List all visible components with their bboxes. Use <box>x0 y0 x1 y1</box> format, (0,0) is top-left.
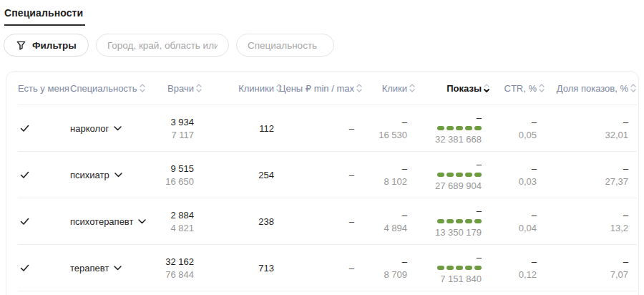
clinics-cell: 238 <box>203 216 283 227</box>
column-header-clinics[interactable]: Клиники <box>203 82 283 94</box>
specialty-cell[interactable]: психиатр <box>70 170 146 180</box>
impressions-bar <box>416 173 482 177</box>
column-header-impressions[interactable]: Показы <box>416 82 490 94</box>
chevron-down-icon <box>114 126 122 131</box>
tab-specialties[interactable]: Специальности <box>4 7 85 26</box>
doctors-cell: 3 934 7 117 <box>146 116 203 141</box>
chevron-down-icon <box>114 173 122 178</box>
impressions-cell: – 7 151 840 <box>416 251 490 285</box>
table-body: нарколог 3 934 7 117 112 – – 16 530 – 32… <box>6 105 638 295</box>
specialty-cell[interactable]: нарколог <box>70 123 146 134</box>
impressions-cell: – 32 381 668 <box>416 112 490 145</box>
clinics-cell: 254 <box>203 170 283 180</box>
ctr-cell: – 0,03 <box>490 163 545 188</box>
doctors-cell: 2 884 4 821 <box>146 209 203 234</box>
specialties-table: Есть у меня Специальность Врачи Клиники … <box>6 71 639 295</box>
price-cell: – <box>283 123 363 134</box>
sort-icon <box>139 82 146 94</box>
has-mine-cell[interactable] <box>18 264 70 272</box>
sort-icon <box>630 82 637 94</box>
clicks-cell: – 16 530 <box>363 116 416 141</box>
column-header-impressions-share[interactable]: Доля показов, % <box>545 82 637 94</box>
check-icon <box>20 125 29 132</box>
funnel-icon <box>16 40 26 51</box>
share-cell: – 13,2 <box>545 209 637 234</box>
specialty-label: нарколог <box>70 123 109 134</box>
sort-icon <box>538 82 545 94</box>
ctr-cell: – 0,12 <box>490 256 545 281</box>
sort-icon <box>356 82 363 94</box>
sort-desc-icon <box>483 82 490 94</box>
chevron-down-icon <box>114 266 122 271</box>
has-mine-cell[interactable] <box>18 171 70 179</box>
impressions-cell: – 13 350 179 <box>416 205 490 238</box>
table-row: психиатр 9 515 16 650 254 – – 8 102 – 27… <box>18 151 637 198</box>
specialty-label: терапевт <box>70 263 109 274</box>
share-cell: – 7,07 <box>545 256 637 281</box>
check-icon <box>20 171 29 179</box>
doctors-cell: 32 162 76 844 <box>146 256 203 281</box>
table-row: психотерапевт 2 884 4 821 238 – – 4 894 … <box>18 198 637 244</box>
impressions-bar <box>416 126 482 130</box>
column-header-doctors[interactable]: Врачи <box>146 82 203 94</box>
share-cell: – 27,37 <box>545 163 637 188</box>
clicks-cell: – 4 894 <box>363 209 416 234</box>
tab-bar: Специальности <box>0 0 644 26</box>
sort-icon <box>195 82 203 94</box>
check-icon <box>20 264 29 272</box>
specialty-input[interactable] <box>236 34 334 57</box>
table-row: терапевт 32 162 76 844 713 – – 8 709 – 7… <box>18 244 637 291</box>
specialty-label: психотерапевт <box>70 216 133 227</box>
column-header-has-mine: Есть у меня <box>18 83 70 94</box>
clinics-cell: 112 <box>203 123 283 134</box>
price-cell: – <box>283 170 363 180</box>
region-input[interactable] <box>96 34 229 57</box>
impressions-bar <box>416 219 482 223</box>
sort-icon <box>409 82 416 94</box>
clicks-cell: – 8 102 <box>363 163 416 188</box>
column-header-specialty[interactable]: Специальность <box>70 82 146 94</box>
clinics-cell: 713 <box>203 263 283 274</box>
column-header-clicks[interactable]: Клики <box>363 82 416 94</box>
price-cell: – <box>283 216 363 227</box>
share-cell: – 32,01 <box>545 116 637 141</box>
specialty-cell[interactable]: терапевт <box>70 263 146 274</box>
ctr-cell: – 0,04 <box>490 209 545 234</box>
column-header-prices[interactable]: Цены ₽ min / max <box>283 82 363 94</box>
column-header-ctr[interactable]: CTR, % <box>490 82 545 94</box>
filters-row: Фильтры <box>4 34 644 57</box>
filters-button-label: Фильтры <box>32 40 77 51</box>
impressions-bar <box>416 266 482 270</box>
filters-button[interactable]: Фильтры <box>4 34 89 57</box>
doctors-cell: 9 515 16 650 <box>146 163 203 188</box>
table-row: нарколог 3 934 7 117 112 – – 16 530 – 32… <box>18 105 637 151</box>
price-cell: – <box>283 263 363 274</box>
has-mine-cell[interactable] <box>18 218 70 226</box>
specialty-cell[interactable]: психотерапевт <box>70 216 146 227</box>
table-header-row: Есть у меня Специальность Врачи Клиники … <box>6 72 638 105</box>
has-mine-cell[interactable] <box>18 125 70 132</box>
table-row <box>18 291 637 295</box>
clicks-cell: – 8 709 <box>363 256 416 281</box>
specialty-label: психиатр <box>70 170 109 180</box>
check-icon <box>20 218 29 226</box>
chevron-down-icon <box>138 219 146 224</box>
impressions-cell: – 27 689 904 <box>416 158 490 192</box>
ctr-cell: – 0,05 <box>490 116 545 141</box>
